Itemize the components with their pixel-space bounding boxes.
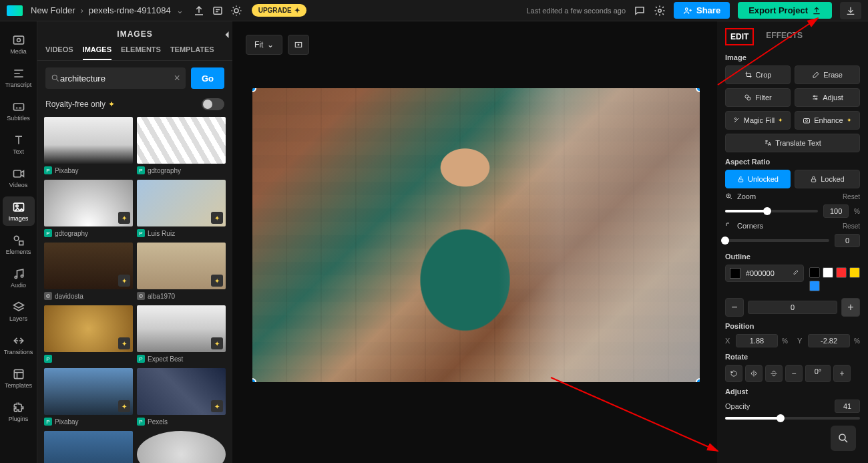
rail-layers[interactable]: Layers [3, 297, 35, 326]
translate-text-button[interactable]: Translate Text [725, 134, 860, 152]
image-result[interactable]: ✦Pgdtography [44, 180, 133, 239]
image-result[interactable]: ✦PExpect Best [137, 305, 226, 364]
position-x[interactable]: 1.88 [736, 334, 778, 347]
export-project-button[interactable]: Export Project [738, 2, 832, 19]
image-result[interactable]: ✦©davidosta [44, 243, 133, 301]
download-button[interactable] [840, 2, 861, 19]
rail-text[interactable]: Text [3, 130, 35, 159]
rail-images[interactable]: Images [3, 196, 35, 226]
color-swatch[interactable] [823, 267, 833, 278]
collapse-panel-icon[interactable] [220, 28, 234, 41]
color-swatch[interactable] [836, 267, 847, 278]
rail-plugins[interactable]: Plugins [3, 397, 35, 426]
go-button[interactable]: Go [191, 67, 224, 89]
corners-value[interactable]: 0 [835, 234, 860, 247]
color-swatch[interactable] [809, 267, 820, 278]
comment-icon[interactable] [634, 5, 646, 17]
rail-transitions[interactable]: Transitions [3, 330, 35, 359]
image-result[interactable]: PPixabay [44, 117, 133, 176]
rail-transcript[interactable]: Transcript [3, 63, 35, 92]
outline-color-field[interactable]: #000000 [725, 265, 804, 282]
canvas-image[interactable] [252, 88, 700, 382]
breadcrumb-folder[interactable]: New Folder [31, 5, 75, 15]
chevron-down-icon[interactable]: ⌄ [176, 5, 184, 15]
gear-icon[interactable] [654, 5, 666, 17]
corners-label: Corners [737, 222, 839, 230]
notes-icon[interactable] [212, 5, 224, 17]
aspect-toggle-button[interactable] [288, 35, 309, 55]
search-icon [51, 73, 60, 83]
enhance-button[interactable]: Enhance✦ [795, 111, 860, 130]
right-panel: EDIT EFFECTS Image Crop Erase Filter Adj… [717, 21, 868, 463]
rail-subtitles[interactable]: Subtitles [3, 96, 35, 126]
fit-dropdown[interactable]: Fit⌄ [246, 35, 282, 55]
tab-effects[interactable]: EFFECTS [762, 28, 807, 45]
source-icon: P [44, 166, 52, 174]
flip-v[interactable] [765, 365, 783, 382]
erase-icon [812, 71, 820, 79]
tab-templates[interactable]: TEMPLATES [170, 45, 214, 60]
breadcrumb-file[interactable]: pexels-rdne-4911084 [89, 5, 171, 15]
image-result[interactable]: ✦PLuis Ruiz [137, 180, 226, 239]
export-label: Export Project [748, 5, 808, 15]
corners-reset[interactable]: Reset [843, 222, 860, 230]
rotate-value[interactable]: 0° [805, 365, 831, 382]
zoom-reset[interactable]: Reset [843, 193, 860, 200]
clear-search-icon[interactable]: × [174, 72, 180, 84]
tab-images[interactable]: IMAGES [83, 45, 112, 60]
magic-fill-button[interactable]: Magic Fill✦ [725, 111, 791, 130]
rail-videos[interactable]: Videos [3, 163, 35, 192]
filter-button[interactable]: Filter [725, 88, 791, 107]
zoom-fab[interactable] [831, 426, 856, 451]
upgrade-button[interactable]: UPGRADE ✦ [252, 4, 306, 17]
rotate-increase[interactable]: + [833, 365, 851, 382]
app-logo[interactable] [7, 5, 23, 16]
corners-slider[interactable] [725, 239, 829, 242]
rotate-ccw[interactable] [725, 365, 742, 382]
search-box[interactable]: × [45, 67, 186, 89]
color-swatch[interactable] [809, 281, 820, 291]
zoom-slider[interactable] [725, 210, 818, 212]
crop-button[interactable]: Crop [725, 65, 791, 84]
rail-audio[interactable]: Audio [3, 263, 35, 293]
erase-button[interactable]: Erase [795, 65, 860, 84]
eyedropper-icon[interactable] [791, 269, 799, 277]
outline-value[interactable]: 0 [748, 301, 837, 314]
image-result[interactable]: ✦PPixabay [44, 368, 133, 427]
flip-h[interactable] [745, 365, 763, 382]
search-input[interactable] [60, 73, 174, 84]
image-result[interactable]: ✦P [44, 305, 133, 364]
svg-point-5 [17, 39, 20, 42]
zoom-value[interactable]: 100 [823, 204, 849, 218]
opacity-slider[interactable] [725, 417, 860, 420]
upload-icon[interactable] [193, 5, 205, 17]
opacity-value[interactable]: 41 [835, 400, 860, 413]
unlocked-button[interactable]: Unlocked [725, 170, 791, 188]
rail-templates[interactable]: Templates [3, 363, 35, 393]
rail-elements[interactable]: Elements [3, 230, 35, 259]
royalty-toggle[interactable] [202, 98, 224, 110]
outline-decrease[interactable]: − [725, 298, 744, 317]
tab-videos[interactable]: VIDEOS [45, 45, 73, 60]
locked-button[interactable]: Locked [795, 170, 860, 188]
position-y[interactable]: -2.82 [808, 334, 850, 347]
image-result[interactable] [44, 431, 133, 463]
theme-icon[interactable] [230, 5, 242, 17]
outline-increase[interactable]: + [841, 298, 860, 317]
color-swatch[interactable] [849, 267, 860, 278]
last-edited-text: Last edited a few seconds ago [526, 7, 626, 15]
image-result[interactable] [137, 431, 226, 463]
share-button[interactable]: Share [674, 2, 730, 19]
adjust-button[interactable]: Adjust [795, 88, 860, 107]
tab-edit[interactable]: EDIT [725, 28, 754, 45]
image-result[interactable]: ✦©alba1970 [137, 243, 226, 301]
canvas-area[interactable]: Fit⌄ [232, 21, 717, 463]
tab-elements[interactable]: ELEMENTS [121, 45, 161, 60]
image-result[interactable]: ✦PPexels [137, 368, 226, 427]
rail-media[interactable]: Media [3, 29, 35, 59]
rotate-decrease[interactable]: − [785, 365, 803, 382]
translate-icon [764, 139, 772, 147]
resize-handle-br[interactable] [696, 378, 700, 382]
svg-point-2 [658, 9, 662, 12]
image-result[interactable]: Pgdtography [137, 117, 226, 176]
